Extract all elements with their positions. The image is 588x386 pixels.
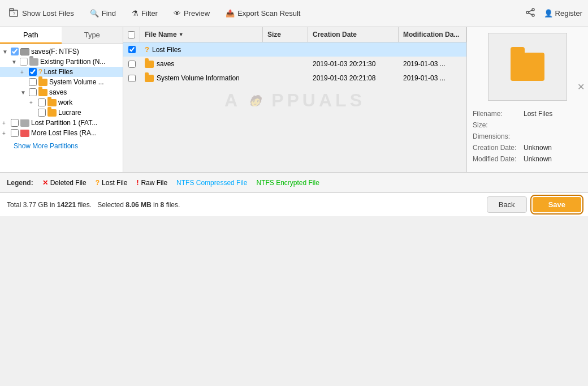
show-lost-files-icon: ? bbox=[9, 8, 19, 19]
checkbox-lucrare[interactable] bbox=[38, 109, 46, 117]
modified-date-label: Modified Date: bbox=[473, 155, 524, 163]
legend-raw: ! Raw File bbox=[136, 179, 167, 187]
td-modification-2: 2019-01-03 ... bbox=[399, 57, 466, 71]
checkbox-existing-partition[interactable] bbox=[20, 58, 28, 66]
tree-label-more-lost: More Lost Files (RA... bbox=[31, 129, 97, 137]
th-size[interactable]: Size bbox=[263, 27, 308, 42]
preview-folder-icon bbox=[511, 53, 544, 81]
tree-label-lost-files: Lost Files bbox=[44, 68, 73, 76]
tree-item-saves-folder[interactable]: ▼ saves bbox=[0, 87, 123, 97]
file-area: A 🧑 PPUALS File Name ▼ Size Creation Dat… bbox=[123, 27, 466, 172]
creation-date-value: Unknown bbox=[524, 144, 552, 152]
th-creation[interactable]: Creation Date bbox=[308, 27, 399, 42]
select-all-checkbox[interactable] bbox=[128, 31, 135, 38]
more-lost-icon bbox=[20, 130, 29, 137]
content-area: Path Type ▼ saves(F: NTFS) ▼ Existing Pa… bbox=[0, 27, 588, 172]
legend-deleted: ✕ Deleted File bbox=[42, 179, 87, 187]
tree-item-system-volume[interactable]: System Volume ... bbox=[0, 77, 123, 87]
td-creation-1 bbox=[308, 47, 399, 53]
find-label: Find bbox=[102, 9, 116, 18]
row-checkbox-2[interactable] bbox=[128, 61, 136, 68]
td-modification-1 bbox=[399, 47, 466, 53]
selected-size: 8.06 MB bbox=[126, 201, 151, 209]
expand-icon-9[interactable]: + bbox=[2, 130, 9, 136]
tree-item-lost-partition[interactable]: + Lost Partition 1 (FAT... bbox=[0, 118, 123, 128]
tree-item-work[interactable]: + work bbox=[0, 97, 123, 108]
td-modification-3: 2019-01-03 ... bbox=[399, 71, 466, 85]
expand-icon-8[interactable]: + bbox=[2, 120, 9, 126]
find-icon: 🔍 bbox=[90, 9, 99, 18]
folder-icon-lucrare bbox=[47, 109, 57, 117]
preview-filename-row: Filename: Lost Files bbox=[473, 110, 582, 118]
filter-button[interactable]: ⚗ Filter bbox=[128, 7, 161, 20]
tree-label-lost-partition: Lost Partition 1 (FAT... bbox=[31, 119, 97, 127]
th-filename[interactable]: File Name ▼ bbox=[140, 27, 263, 42]
legend-bar: Legend: ✕ Deleted File ? Lost File ! Raw… bbox=[0, 172, 588, 192]
table-row[interactable]: ? Lost Files bbox=[123, 42, 466, 57]
expand-icon[interactable]: ▼ bbox=[2, 49, 9, 55]
expand-icon-6[interactable]: + bbox=[29, 100, 36, 106]
selected-files-label: files. bbox=[166, 201, 180, 209]
tree-item-saves-drive[interactable]: ▼ saves(F: NTFS) bbox=[0, 46, 123, 57]
partition-icon bbox=[29, 58, 38, 66]
checkbox-lost-partition[interactable] bbox=[11, 119, 19, 127]
legend-raw-label: Raw File bbox=[141, 179, 167, 187]
row-checkbox-3[interactable] bbox=[128, 75, 136, 82]
expand-icon-2[interactable]: ▼ bbox=[11, 59, 18, 65]
tree-item-lost-files[interactable]: + ? Lost Files bbox=[0, 67, 123, 77]
export-icon: 📤 bbox=[226, 9, 235, 18]
checkbox-more-lost-files[interactable] bbox=[11, 129, 19, 137]
status-bar: Total 3.77 GB in 14221 files. Selected 8… bbox=[0, 192, 588, 216]
selected-in: in bbox=[153, 201, 158, 209]
tree-item-lucrare[interactable]: Lucrare bbox=[0, 108, 123, 118]
tree-item-existing-partition[interactable]: ▼ Existing Partition (N... bbox=[0, 57, 123, 67]
show-lost-files-button[interactable]: ? Show Lost Files bbox=[6, 6, 77, 21]
selected-files: 8 bbox=[161, 201, 165, 209]
legend-ntfs-compressed: NTFS Compressed File bbox=[176, 179, 247, 187]
preview-panel: ✕ Filename: Lost Files Size: Dimensions:… bbox=[466, 27, 588, 172]
lost-partition-icon bbox=[20, 119, 29, 127]
filter-icon: ⚗ bbox=[132, 9, 139, 18]
expand-icon-3[interactable]: + bbox=[20, 69, 27, 75]
tree-item-more-lost-files[interactable]: + More Lost Files (RA... bbox=[0, 128, 123, 138]
register-button[interactable]: 👤 Register bbox=[544, 9, 582, 18]
svg-point-3 bbox=[532, 8, 534, 11]
table-header: File Name ▼ Size Creation Date Modificat… bbox=[123, 27, 466, 42]
th-modification[interactable]: Modification Da... bbox=[399, 27, 466, 42]
share-button[interactable] bbox=[522, 6, 538, 21]
expand-icon-5[interactable]: ▼ bbox=[20, 89, 27, 96]
preview-button[interactable]: 👁 Preview bbox=[170, 7, 213, 20]
checkbox-saves-drive[interactable] bbox=[11, 48, 19, 55]
legend-deleted-label: Deleted File bbox=[50, 179, 87, 187]
table-row[interactable]: saves 2019-01-03 20:21:30 2019-01-03 ... bbox=[123, 57, 466, 71]
preview-label: Preview bbox=[184, 9, 210, 18]
legend-title: Legend: bbox=[7, 179, 33, 187]
row-3-filename: System Volume Information bbox=[157, 74, 240, 82]
legend-lost-label: Lost File bbox=[102, 179, 127, 187]
find-button[interactable]: 🔍 Find bbox=[87, 7, 119, 20]
checkbox-work[interactable] bbox=[38, 98, 46, 106]
left-panel: Path Type ▼ saves(F: NTFS) ▼ Existing Pa… bbox=[0, 27, 123, 172]
checkbox-lost-files[interactable] bbox=[29, 68, 37, 76]
show-more-partitions-link[interactable]: Show More Partitions bbox=[8, 140, 84, 152]
save-button[interactable]: Save bbox=[533, 197, 581, 212]
total-files: 14221 bbox=[57, 201, 76, 209]
export-scan-result-button[interactable]: 📤 Export Scan Result bbox=[222, 7, 304, 20]
folder-icon-work bbox=[47, 99, 57, 106]
folder-icon-row2 bbox=[145, 61, 154, 68]
td-checkbox-2 bbox=[123, 58, 140, 71]
preview-dimensions-row: Dimensions: bbox=[473, 132, 582, 140]
drive-icon bbox=[20, 48, 29, 55]
checkbox-saves-folder[interactable] bbox=[29, 88, 37, 96]
tab-type[interactable]: Type bbox=[62, 27, 123, 44]
table-row[interactable]: System Volume Information 2019-01-03 20:… bbox=[123, 71, 466, 85]
row-checkbox-1[interactable] bbox=[128, 46, 136, 53]
tab-path[interactable]: Path bbox=[0, 27, 62, 44]
back-button[interactable]: Back bbox=[487, 196, 527, 213]
checkbox-system-volume[interactable] bbox=[29, 78, 37, 86]
preview-image-area bbox=[488, 33, 567, 101]
lost-icon: ? bbox=[38, 68, 42, 76]
toolbar: ? Show Lost Files 🔍 Find ⚗ Filter 👁 Prev… bbox=[0, 0, 588, 27]
preview-size-row: Size: bbox=[473, 121, 582, 129]
preview-close-button[interactable]: ✕ bbox=[577, 82, 585, 92]
